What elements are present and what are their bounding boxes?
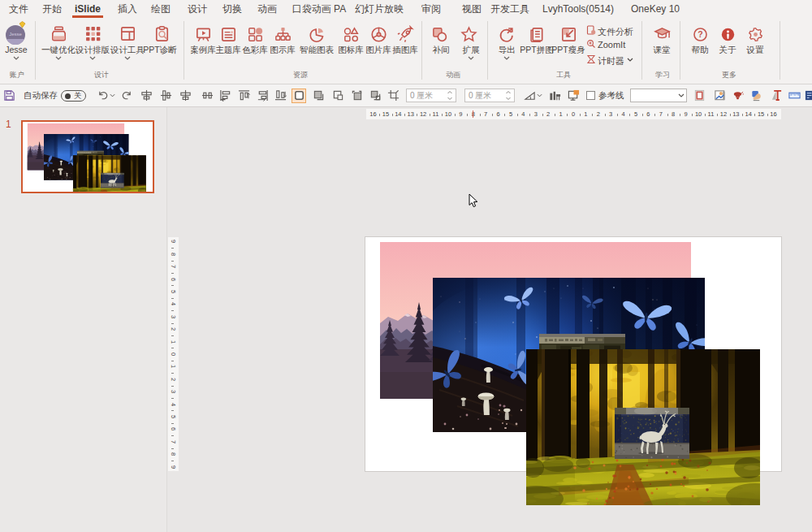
svg-text:?: ? [698,29,702,39]
